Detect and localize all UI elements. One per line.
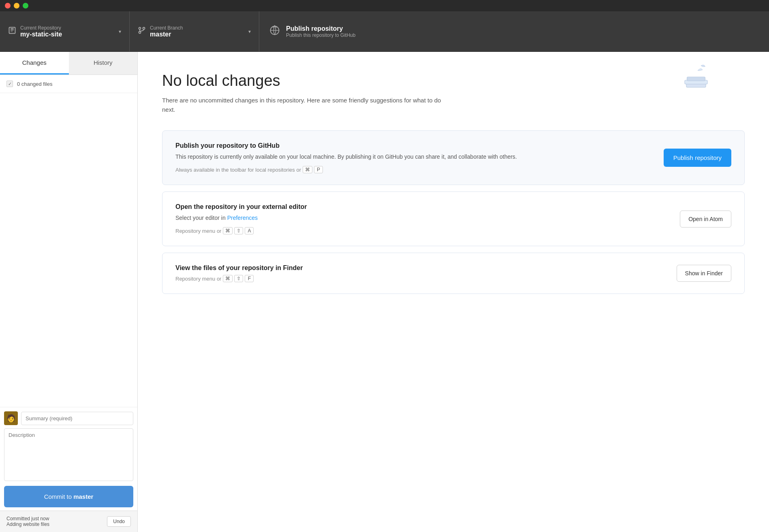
- publish-subtitle: Publish this repository to GitHub: [286, 32, 355, 38]
- publish-card-title: Publish your repository to GitHub: [175, 142, 647, 149]
- description-input[interactable]: [4, 428, 133, 481]
- finder-hint-key3: F: [245, 275, 254, 282]
- branch-chevron-icon: ▾: [248, 29, 251, 34]
- editor-desc-prefix: Select your editor in: [175, 215, 227, 221]
- commit-button[interactable]: Commit to master: [4, 486, 133, 507]
- editor-hint-key1: ⌘: [223, 227, 233, 234]
- editor-hint-prefix: Repository menu or: [175, 228, 221, 234]
- repo-icon: [8, 26, 16, 37]
- repo-chevron-icon: ▾: [119, 29, 121, 34]
- editor-card: Open the repository in your external edi…: [162, 192, 745, 246]
- show-in-finder-button[interactable]: Show in Finder: [677, 265, 731, 282]
- svg-point-5: [143, 27, 145, 29]
- branch-label: Current Branch: [150, 25, 244, 31]
- svg-point-6: [139, 31, 141, 33]
- summary-input[interactable]: [21, 412, 133, 425]
- finder-hint-key1: ⌘: [223, 275, 233, 282]
- finder-card-hint: Repository menu or ⌘ ⇧ F: [175, 275, 660, 282]
- repo-label: Current Repository: [20, 25, 115, 31]
- publish-card-content: Publish your repository to GitHub This r…: [175, 142, 647, 173]
- branch-icon: [138, 26, 146, 37]
- undo-button[interactable]: Undo: [107, 516, 131, 527]
- publish-repo-section[interactable]: Publish repository Publish this reposito…: [259, 11, 769, 51]
- commit-button-branch: master: [73, 493, 93, 500]
- publish-hint-prefix: Always available in the toolbar for loca…: [175, 167, 301, 173]
- sidebar-tabs: Changes History: [0, 52, 137, 75]
- footer-status-content: Committed just now Adding website files: [6, 516, 49, 527]
- select-all-checkbox[interactable]: ✓: [6, 81, 13, 87]
- minimize-button[interactable]: [14, 3, 19, 9]
- current-repo-section[interactable]: Current Repository my-static-site ▾: [0, 11, 130, 51]
- finder-card: View the files of your repository in Fin…: [162, 253, 745, 294]
- repo-content: Current Repository my-static-site: [20, 25, 115, 38]
- repo-value: my-static-site: [20, 31, 115, 38]
- commit-area: 🧑 Commit to master: [0, 407, 137, 511]
- branch-content: Current Branch master: [150, 25, 244, 38]
- no-changes-title: No local changes: [162, 72, 745, 89]
- open-in-atom-button[interactable]: Open in Atom: [680, 211, 731, 228]
- avatar: 🧑: [4, 411, 18, 425]
- finder-card-action: Show in Finder: [677, 265, 731, 282]
- editor-card-content: Open the repository in your external edi…: [175, 203, 664, 234]
- editor-card-title: Open the repository in your external edi…: [175, 203, 664, 211]
- changed-files-bar: ✓ 0 changed files: [0, 75, 137, 93]
- publish-title: Publish repository: [286, 25, 355, 32]
- finder-hint-key2: ⇧: [234, 275, 243, 282]
- sidebar: Changes History ✓ 0 changed files 🧑 Comm…: [0, 52, 138, 532]
- no-changes-illustration: [680, 64, 712, 100]
- no-changes-subtitle: There are no uncommitted changes in this…: [162, 96, 446, 114]
- svg-rect-12: [687, 77, 705, 81]
- editor-card-action: Open in Atom: [680, 211, 731, 228]
- footer-committed-label: Committed just now: [6, 516, 49, 521]
- commit-button-text: Commit to: [44, 493, 74, 500]
- current-branch-section[interactable]: Current Branch master ▾: [130, 11, 259, 51]
- editor-hint-key2: ⇧: [234, 227, 243, 234]
- titlebar: [0, 0, 769, 11]
- finder-card-content: View the files of your repository in Fin…: [175, 264, 660, 282]
- finder-hint-prefix: Repository menu or: [175, 276, 221, 282]
- tab-changes[interactable]: Changes: [0, 52, 69, 74]
- footer-status: Committed just now Adding website files …: [0, 511, 137, 532]
- svg-rect-3: [11, 31, 13, 31]
- svg-point-4: [139, 27, 141, 29]
- preferences-link[interactable]: Preferences: [227, 215, 258, 221]
- publish-card: Publish your repository to GitHub This r…: [162, 130, 745, 185]
- tab-history[interactable]: History: [69, 52, 138, 74]
- editor-card-description: Select your editor in Preferences: [175, 214, 664, 222]
- publish-repository-button[interactable]: Publish repository: [664, 149, 731, 167]
- changed-files-label: 0 changed files: [17, 81, 52, 87]
- toolbar: Current Repository my-static-site ▾ Curr…: [0, 11, 769, 52]
- svg-rect-1: [11, 28, 14, 30]
- publish-hint-key1: ⌘: [303, 166, 312, 173]
- publish-content: Publish repository Publish this reposito…: [286, 25, 355, 38]
- publish-card-action: Publish repository: [664, 149, 731, 167]
- main-header: No local changes There are no uncommitte…: [162, 72, 745, 114]
- publish-icon: [269, 25, 280, 38]
- main-content: No local changes There are no uncommitte…: [138, 52, 769, 532]
- footer-commit-message: Adding website files: [6, 521, 49, 527]
- editor-card-hint: Repository menu or ⌘ ⇧ A: [175, 227, 664, 234]
- sidebar-file-list: [0, 93, 137, 407]
- main-layout: Changes History ✓ 0 changed files 🧑 Comm…: [0, 52, 769, 532]
- editor-hint-key3: A: [245, 227, 254, 234]
- publish-card-hint: Always available in the toolbar for loca…: [175, 166, 647, 173]
- commit-input-row: 🧑: [4, 411, 133, 425]
- publish-card-description: This repository is currently only availa…: [175, 153, 647, 161]
- publish-hint-key2: P: [314, 166, 323, 173]
- svg-rect-2: [11, 30, 14, 30]
- maximize-button[interactable]: [23, 3, 28, 9]
- close-button[interactable]: [5, 3, 11, 9]
- branch-value: master: [150, 31, 244, 38]
- finder-card-title: View the files of your repository in Fin…: [175, 264, 660, 272]
